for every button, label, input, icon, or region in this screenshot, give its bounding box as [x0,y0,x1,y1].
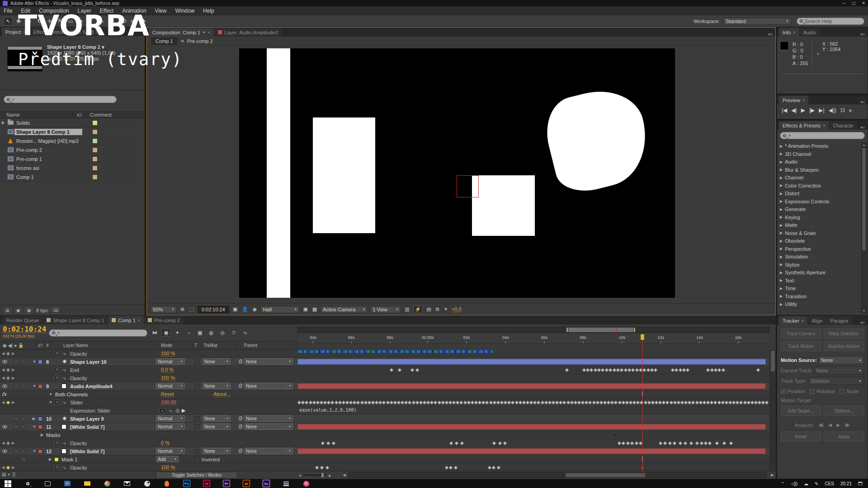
tracker-reset-button[interactable]: Reset [781,432,821,441]
stopwatch-icon[interactable]: ⏱ [54,367,60,373]
panel-menu-icon[interactable]: ▾≡ [858,320,868,325]
keyframe-icon[interactable] [503,441,507,445]
twirl-icon[interactable]: ▼ [33,449,36,453]
effects-category-time[interactable]: ▶Time [778,285,860,293]
current-time-display[interactable]: 0:02:10:24 03274 (25.00 fps) [3,326,46,340]
keyframe-icon[interactable] [708,441,712,445]
warp-stabilizer-button[interactable]: Warp Stabilizer [824,328,864,338]
keyframe-icon[interactable] [630,441,634,445]
mode-dropdown[interactable]: Normal▼ [156,448,185,454]
keyframe-icon[interactable] [634,441,638,445]
menu-view[interactable]: View [155,8,167,14]
keyframe-navigator[interactable]: ◀▶ [2,368,14,372]
notification-center-icon[interactable]: 🗔 [858,481,863,486]
eye-icon[interactable] [2,450,7,453]
keyframe-icon[interactable] [659,441,662,445]
tab-effect-controls[interactable]: Effect Controls: White Solid 7 [30,28,102,36]
twirl-icon[interactable]: ▶ [780,263,783,267]
timeline-horizontal-scrollbar[interactable] [348,472,767,478]
expression-language-icon[interactable]: ▶ [182,408,185,413]
taskbar-start-icon[interactable] [4,479,12,488]
menu-help[interactable]: Help [203,8,214,14]
mask-mode-dropdown[interactable]: Add▼ [156,456,179,462]
mask-rectangle-tool-icon[interactable]: ▭ [66,17,75,25]
tab-info[interactable]: Info× [779,28,799,37]
twirl-icon[interactable]: ▼ [49,392,52,396]
keyframe-icon[interactable] [332,441,335,445]
magnification-dropdown[interactable]: 50%▼ [151,306,177,313]
scroll-left-icon[interactable]: ◀ [343,473,346,477]
twirl-icon[interactable]: ▶ [780,239,783,243]
column-number[interactable]: # [46,343,49,348]
mode-dropdown[interactable]: Normal▼ [156,423,185,430]
previous-frame-button[interactable]: ◀| [791,107,797,113]
timeline-tab-comp-1[interactable]: Comp 1× [108,316,144,324]
layer-duration-bar[interactable] [297,359,766,365]
tab-preview[interactable]: Preview× [779,96,808,104]
property-row-end[interactable]: ◀▶⏱∿End0,0 % [0,366,769,374]
clock[interactable]: 20:21 [840,481,852,486]
navigator-start-handle[interactable] [566,327,568,333]
eye-icon[interactable] [2,425,7,428]
trkmat-dropdown[interactable]: None▼ [203,415,231,422]
toggle-switches-modes-button[interactable]: Toggle Switches / Modes [156,472,237,479]
twirl-icon[interactable]: ▶ [780,192,783,196]
trash-icon[interactable]: ⌫ [52,307,59,314]
panel-menu-icon[interactable]: ▾≡ [858,100,868,104]
effects-category-noise-grain[interactable]: ▶Noise & Grain [778,230,860,238]
property-row-masks[interactable]: ▶Masks [0,431,769,439]
eye-icon[interactable] [2,385,7,388]
stopwatch-icon[interactable]: ⏱ [54,399,60,405]
track-camera-button[interactable]: Track Camera [781,328,821,338]
search-help-input[interactable]: Search Help [797,18,864,25]
label-color-swatch[interactable] [92,174,98,180]
expression-pickwhip-icon[interactable]: ◎ [175,408,180,413]
project-item-hrozno-asi[interactable]: hrozno asi [0,164,138,173]
keyframe-icon[interactable] [455,441,458,445]
property-value[interactable]: 100 % [161,375,175,381]
frame-blend-icon[interactable]: ▦ [195,329,204,337]
taskbar-winrar-icon[interactable] [282,479,290,488]
keyframe-icon[interactable] [689,441,693,445]
effect-reset-link[interactable]: Reset [161,391,174,397]
expression-enable-icon[interactable]: = [159,408,165,413]
timeline-search-input[interactable]: ▼ [49,329,147,337]
effects-search-input[interactable]: ▼ [780,132,865,139]
project-item-solids[interactable]: ▶Solids [0,118,138,127]
twirl-icon[interactable]: ▶ [780,271,783,275]
keyframe-icon[interactable] [321,441,325,445]
parent-dropdown[interactable]: None▼ [244,423,293,430]
keyframe-icon[interactable] [397,368,401,371]
trkmat-dropdown[interactable]: None▼ [203,358,231,365]
fast-previews-icon[interactable]: ⚡ [413,305,423,313]
t-switch[interactable] [194,384,199,389]
menu-effect[interactable]: Effect [100,8,113,14]
twirl-icon[interactable]: ▶ [780,160,783,164]
mask-inverted-checkbox[interactable] [194,457,199,462]
trkmat-dropdown[interactable]: None▼ [203,448,231,454]
reset-exposure-icon[interactable]: ✦ [443,306,449,312]
property-row-both-channels[interactable]: fx▼Both ChannelsResetAbout...I [0,390,769,399]
keyframe-icon[interactable] [326,441,330,445]
layer-label-swatch[interactable] [38,425,42,429]
tab-tracker[interactable]: Tracker× [779,316,807,325]
eye-icon[interactable] [2,360,7,363]
label-color-swatch[interactable] [92,156,98,162]
playhead-line[interactable] [642,334,643,472]
column-mode[interactable]: Mode [161,343,172,348]
puppet-pin-tool-icon[interactable]: ✚ [139,17,148,25]
mask-color-swatch[interactable] [54,457,59,462]
label-color-swatch[interactable] [92,165,98,171]
twirl-icon[interactable]: ▶ [780,183,783,188]
timeline-tab-render-queue[interactable]: Render Queue [3,316,42,324]
parent-pickwhip-icon[interactable]: @ [238,383,243,388]
first-frame-button[interactable]: |◀ [782,107,787,113]
taskbar-search-icon[interactable] [24,479,32,488]
taskbar-mail-icon[interactable] [123,479,131,488]
taskbar-indesign-icon[interactable]: Id [203,479,211,488]
view-layout-dropdown[interactable]: 1 View▼ [370,306,401,313]
panel-menu-icon[interactable]: ▾≡ [858,32,868,37]
project-item-pre-comp-1[interactable]: Pre-comp 1 [0,155,138,164]
keyframe-icon[interactable] [695,441,699,445]
snapshot-icon[interactable]: ▣ [232,306,238,312]
